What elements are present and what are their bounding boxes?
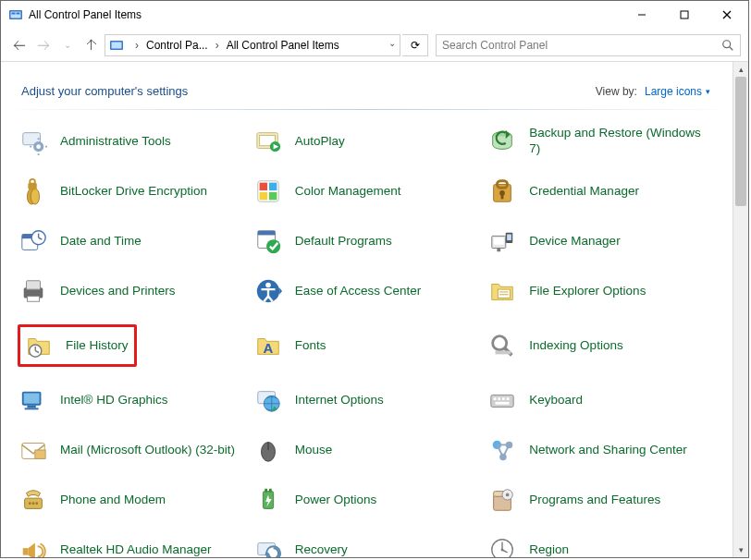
file-explorer-options-icon (486, 275, 518, 307)
item-label[interactable]: Fonts (295, 338, 326, 354)
item-label[interactable]: Recovery (295, 542, 348, 557)
control-panel-item[interactable]: Indexing Options (486, 324, 712, 367)
svg-rect-76 (35, 450, 45, 458)
control-panel-item[interactable]: File History (18, 324, 243, 367)
item-label[interactable]: Default Programs (295, 234, 392, 250)
item-label[interactable]: Realtek HD Audio Manager (60, 542, 212, 557)
control-panel-item[interactable]: AutoPlay (252, 125, 478, 158)
item-label[interactable]: Region (529, 542, 569, 557)
item-label[interactable]: Administrative Tools (60, 134, 171, 150)
scroll-up-arrow[interactable]: ▴ (733, 62, 748, 77)
svg-rect-29 (269, 192, 277, 200)
bitlocker-icon (18, 176, 49, 207)
item-label[interactable]: AutoPlay (295, 134, 345, 150)
item-label[interactable]: Network and Sharing Center (529, 443, 686, 458)
vertical-scrollbar[interactable]: ▴ ▾ (733, 62, 748, 557)
item-label[interactable]: Indexing Options (529, 338, 622, 354)
view-by-dropdown[interactable]: Large icons ▾ (645, 85, 710, 98)
control-panel-item[interactable]: Region (486, 533, 712, 557)
item-label[interactable]: Power Options (295, 493, 377, 508)
svg-rect-53 (499, 289, 511, 298)
item-label[interactable]: Date and Time (60, 234, 142, 250)
svg-line-85 (503, 444, 510, 457)
control-panel-item[interactable]: Devices and Printers (18, 274, 243, 308)
close-button[interactable] (706, 1, 748, 29)
control-panel-item[interactable]: Date and Time (18, 225, 243, 258)
color-management-icon (252, 176, 284, 207)
control-panel-item[interactable]: Realtek HD Audio Manager (18, 533, 243, 557)
maximize-button[interactable] (663, 1, 706, 29)
breadcrumb-seg-2[interactable]: All Control Panel Items (227, 39, 339, 52)
forward-button[interactable]: 🡢 (32, 34, 55, 56)
control-panel-item[interactable]: AFonts (252, 324, 478, 367)
control-panel-item[interactable]: Mouse (252, 433, 478, 467)
scroll-thumb[interactable] (735, 77, 746, 206)
control-panel-item[interactable]: BitLocker Drive Encryption (18, 175, 243, 208)
svg-rect-66 (25, 408, 39, 409)
control-panel-item[interactable]: Device Manager (486, 225, 712, 258)
recovery-icon (252, 534, 284, 557)
scroll-down-arrow[interactable]: ▾ (733, 542, 748, 557)
control-panel-item[interactable]: Power Options (252, 483, 478, 517)
control-panel-item[interactable]: Network and Sharing Center (486, 433, 712, 467)
credential-manager-icon (486, 176, 518, 207)
item-label[interactable]: Ease of Access Center (295, 284, 422, 299)
item-label[interactable]: File History (66, 338, 129, 354)
control-panel-item[interactable]: Keyboard (486, 383, 712, 417)
control-panel-item[interactable]: Mail (Microsoft Outlook) (32-bit) (18, 433, 243, 467)
page-heading: Adjust your computer's settings (21, 84, 188, 98)
item-label[interactable]: BitLocker Drive Encryption (60, 184, 207, 200)
svg-point-87 (29, 502, 31, 505)
control-panel-item[interactable]: Internet Options (252, 383, 478, 417)
breadcrumb-dropdown-icon[interactable]: ⌄ (388, 38, 396, 48)
control-panel-item[interactable]: Programs and Features (486, 483, 712, 517)
control-panel-item[interactable]: Credential Manager (486, 175, 712, 208)
item-label[interactable]: File Explorer Options (529, 284, 646, 299)
item-label[interactable]: Keyboard (529, 393, 583, 408)
search-input[interactable]: Search Control Panel (436, 34, 741, 56)
control-panel-item[interactable]: Color Management (252, 175, 478, 208)
power-options-icon (252, 484, 284, 516)
svg-rect-46 (498, 249, 501, 252)
item-label[interactable]: Intel® HD Graphics (60, 393, 167, 408)
search-icon[interactable] (721, 39, 734, 55)
svg-rect-48 (27, 281, 41, 289)
recent-locations-dropdown[interactable]: ⌄ (56, 34, 79, 56)
item-label[interactable]: Mouse (295, 443, 333, 458)
control-panel-window: All Control Panel Items 🡠 🡢 ⌄ 🡡 › Contro… (0, 0, 749, 558)
item-label[interactable]: Mail (Microsoft Outlook) (32-bit) (60, 443, 235, 458)
breadcrumb-seg-1[interactable]: Control Pa... (146, 39, 208, 52)
back-button[interactable]: 🡠 (8, 34, 31, 56)
item-label[interactable]: Internet Options (295, 393, 384, 408)
control-panel-item[interactable]: Ease of Access Center (252, 274, 478, 308)
control-panel-item[interactable]: Recovery (252, 533, 478, 557)
chevron-right-icon[interactable]: › (212, 39, 223, 52)
control-panel-item[interactable]: Administrative Tools (18, 125, 243, 158)
control-panel-item[interactable]: Intel® HD Graphics (18, 383, 243, 417)
control-panel-item[interactable]: Phone and Modem (18, 483, 243, 517)
realtek-audio-icon (18, 534, 49, 557)
file-history-icon (23, 330, 55, 361)
refresh-button[interactable]: ⟳ (402, 34, 428, 56)
item-label[interactable]: Programs and Features (529, 493, 660, 508)
svg-rect-72 (502, 397, 505, 400)
chevron-right-icon[interactable]: › (131, 39, 142, 52)
item-label[interactable]: Credential Manager (529, 184, 639, 200)
highlighted-item[interactable]: File History (18, 324, 137, 367)
minimize-button[interactable] (621, 1, 663, 29)
svg-rect-2 (12, 13, 16, 15)
control-panel-item[interactable]: Backup and Restore (Windows 7) (486, 125, 712, 158)
breadcrumb[interactable]: › Control Pa... › All Control Panel Item… (105, 34, 400, 56)
svg-point-14 (36, 144, 41, 149)
control-panel-item[interactable]: File Explorer Options (486, 274, 712, 308)
control-panel-item[interactable]: Default Programs (252, 225, 478, 258)
svg-rect-43 (494, 237, 504, 245)
control-panel-icon (8, 7, 23, 22)
content-area: Adjust your computer's settings View by:… (1, 62, 733, 557)
up-button[interactable]: 🡡 (80, 34, 103, 56)
item-label[interactable]: Device Manager (529, 234, 620, 250)
item-label[interactable]: Backup and Restore (Windows 7) (529, 126, 712, 157)
item-label[interactable]: Color Management (295, 184, 401, 200)
item-label[interactable]: Devices and Printers (60, 284, 176, 299)
item-label[interactable]: Phone and Modem (60, 493, 166, 508)
